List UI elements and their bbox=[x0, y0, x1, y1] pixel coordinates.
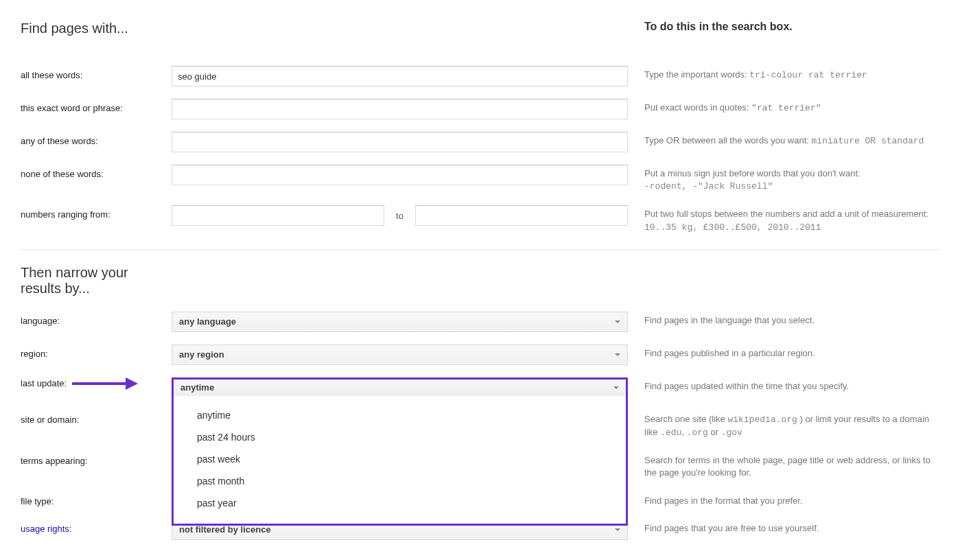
find-heading: Find pages with... bbox=[21, 21, 172, 36]
none-words-label: none of these words: bbox=[21, 165, 172, 179]
chevron-down-icon bbox=[613, 386, 619, 389]
last-update-option[interactable]: anytime bbox=[174, 404, 626, 426]
numbers-to-input[interactable] bbox=[415, 205, 628, 226]
region-dropdown[interactable]: any region bbox=[172, 345, 628, 365]
all-words-label: all these words: bbox=[21, 66, 172, 80]
any-words-input[interactable] bbox=[172, 132, 628, 152]
annotation-arrow-icon bbox=[72, 377, 138, 390]
file-type-label: file type: bbox=[21, 492, 172, 506]
terms-appearing-help: Search for terms in the whole page, page… bbox=[628, 452, 939, 479]
exact-phrase-input[interactable] bbox=[172, 99, 628, 119]
exact-phrase-label: this exact word or phrase: bbox=[21, 99, 172, 113]
site-domain-label: site or domain: bbox=[21, 410, 172, 425]
numbers-range-label: numbers ranging from: bbox=[21, 205, 172, 220]
section-divider bbox=[21, 249, 939, 250]
site-domain-help: Search one site (like wikipedia.org ) or… bbox=[628, 410, 939, 439]
last-update-option[interactable]: past 24 hours bbox=[174, 426, 626, 448]
numbers-range-help: Put two full stops between the numbers a… bbox=[628, 205, 939, 233]
exact-phrase-help: Put exact words in quotes: "rat terrier" bbox=[628, 99, 939, 115]
file-type-help: Find pages in the format that you prefer… bbox=[628, 492, 939, 507]
last-update-option[interactable]: past year bbox=[174, 492, 626, 514]
none-words-input[interactable] bbox=[172, 165, 628, 185]
region-help: Find pages published in a particular reg… bbox=[628, 345, 939, 360]
language-label: language: bbox=[21, 312, 172, 326]
chevron-down-icon bbox=[615, 320, 620, 323]
numbers-to-text: to bbox=[384, 211, 415, 221]
last-update-label: last update: bbox=[21, 378, 67, 388]
none-words-help: Put a minus sign just before words that … bbox=[628, 165, 939, 193]
usage-rights-help: Find pages that you are free to use your… bbox=[628, 520, 939, 535]
narrow-heading: Then narrow your results by... bbox=[21, 265, 172, 296]
chevron-down-icon bbox=[615, 528, 620, 531]
last-update-option[interactable]: past week bbox=[174, 448, 626, 470]
region-label: region: bbox=[21, 345, 172, 359]
language-dropdown[interactable]: any language bbox=[172, 312, 628, 332]
last-update-option[interactable]: past month bbox=[174, 470, 626, 492]
last-update-dropdown[interactable]: anytime bbox=[172, 377, 628, 398]
any-words-help: Type OR between all the words you want: … bbox=[628, 132, 939, 148]
help-heading: To do this in the search box. bbox=[644, 21, 939, 33]
chevron-down-icon bbox=[615, 353, 620, 356]
all-words-help: Type the important words: tri-colour rat… bbox=[628, 66, 939, 82]
numbers-from-input[interactable] bbox=[172, 205, 384, 226]
terms-appearing-label: terms appearing: bbox=[21, 452, 172, 466]
last-update-help: Find pages updated within the time that … bbox=[628, 377, 939, 393]
all-words-input[interactable] bbox=[172, 66, 628, 86]
language-help: Find pages in the language that you sele… bbox=[628, 312, 939, 327]
last-update-dropdown-list: anytime past 24 hours past week past mon… bbox=[172, 396, 628, 526]
any-words-label: any of these words: bbox=[21, 132, 172, 146]
usage-rights-label[interactable]: usage rights: bbox=[21, 520, 172, 534]
